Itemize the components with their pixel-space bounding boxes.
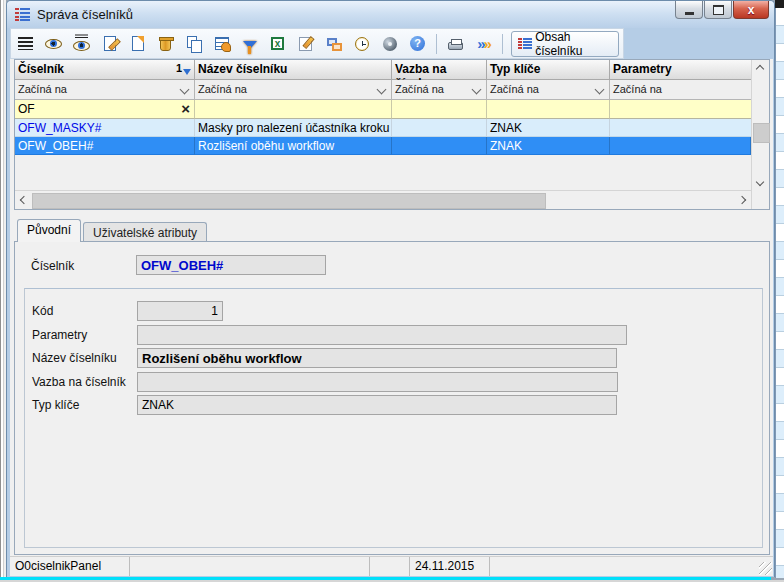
grid-quick-filter-row: OF × [15, 100, 751, 119]
nazev-ciselniku-label: Název číselníku [32, 351, 117, 365]
cell-typ-klice[interactable]: ZNAK [487, 137, 610, 155]
cell-vazba[interactable] [392, 137, 487, 155]
chevron-down-icon [180, 85, 190, 95]
sort-arrow-icon [183, 69, 191, 79]
scroll-right-icon[interactable] [735, 192, 751, 208]
cell-nazev[interactable]: Rozlišení oběhu workflow [195, 137, 392, 155]
ciselnik-field[interactable]: OFW_OBEH# [136, 255, 326, 275]
sort-order-badge: 1 [176, 62, 182, 74]
cell-parametry[interactable] [610, 119, 751, 137]
view-all-button[interactable] [71, 33, 92, 55]
ciselnik-label: Číselník [31, 259, 74, 273]
quick-filter-input-ciselnik[interactable]: OF × [15, 100, 195, 119]
excel-icon: x [271, 37, 284, 50]
history-button[interactable] [351, 33, 372, 55]
horizontal-scrollbar-thumb[interactable] [32, 193, 546, 209]
typ-klice-field[interactable]: ZNAK [137, 395, 617, 415]
column-header-typ-klice[interactable]: Typ klíče [487, 60, 610, 80]
grid-header-row: Číselník 1 Název číselníku Vazba na číse… [15, 60, 751, 80]
titlebar[interactable]: Správa číselníků x [7, 1, 774, 28]
cell-parametry[interactable] [610, 137, 751, 155]
vazba-na-ciselnik-field[interactable] [137, 372, 618, 392]
horizontal-scrollbar[interactable] [15, 190, 751, 209]
fast-forward-icon: »» [477, 36, 490, 51]
detail-tabs: Původní Uživatelské atributy [17, 219, 207, 242]
column-header-ciselnik[interactable]: Číselník 1 [15, 60, 195, 80]
note-edit-button[interactable] [295, 33, 316, 55]
filter-icon [243, 41, 257, 49]
statusbar-section [370, 557, 410, 576]
cell-typ-klice[interactable]: ZNAK [487, 119, 610, 137]
minimize-icon [685, 12, 694, 15]
tab-uzivatelske-atributy[interactable]: Uživatelské atributy [83, 222, 207, 242]
cell-nazev[interactable]: Masky pro nalezení účastníka kroku workf… [195, 119, 392, 137]
column-header-nazev[interactable]: Název číselníku [195, 60, 392, 80]
vertical-scrollbar-thumb[interactable] [753, 123, 770, 143]
quick-filter-input-typ-klice[interactable] [487, 100, 610, 119]
toolbar: x ? »» Obsah číselníku [10, 28, 624, 59]
kod-label: Kód [32, 304, 53, 318]
new-document-icon [104, 36, 116, 51]
list-icon [18, 37, 33, 50]
content-of-codebook-button[interactable]: Obsah číselníku [511, 31, 619, 57]
scroll-down-icon[interactable] [752, 175, 768, 191]
duplicate-button[interactable] [323, 33, 344, 55]
close-button[interactable]: x [733, 1, 769, 19]
kod-field[interactable]: 1 [137, 301, 223, 321]
delete-record-button[interactable] [155, 33, 176, 55]
typ-klice-label: Typ klíče [32, 398, 79, 412]
parametry-field[interactable] [137, 325, 627, 345]
cell-ciselnik[interactable]: OFW_OBEH# [15, 137, 195, 155]
tab-puvodni[interactable]: Původní [17, 219, 81, 242]
view-button[interactable] [43, 33, 64, 55]
data-cd-button[interactable] [379, 33, 400, 55]
nazev-ciselniku-field[interactable]: Rozlišení oběhu workflow [137, 348, 617, 368]
vertical-scrollbar[interactable] [751, 60, 769, 209]
print-button[interactable] [445, 33, 466, 55]
table-hand-icon [215, 37, 229, 50]
table-row[interactable]: OFW_MASKY# Masky pro nalezení účastníka … [15, 119, 751, 137]
statusbar-date: 24.11.2015 [410, 557, 490, 576]
resize-grip[interactable] [759, 562, 772, 575]
column-header-vazba[interactable]: Vazba na čísel... [392, 60, 487, 80]
vertical-scrollbar-track[interactable] [752, 76, 769, 175]
scroll-left-icon[interactable] [15, 192, 31, 208]
quick-filter-input-vazba[interactable] [392, 100, 487, 119]
cell-vazba[interactable] [392, 119, 487, 137]
filter-button[interactable] [239, 33, 260, 55]
help-button[interactable]: ? [407, 33, 428, 55]
clock-icon [355, 37, 369, 51]
filter-combo-nazev[interactable]: Začíná na [195, 80, 392, 100]
detail-panel: Číselník OFW_OBEH# Kód 1 Parametry Název… [14, 241, 770, 555]
filter-combo-typ-klice[interactable]: Začíná na [487, 80, 610, 100]
chevron-down-icon [472, 85, 482, 95]
quick-filter-input-nazev[interactable] [195, 100, 392, 119]
filter-combo-vazba[interactable]: Začíná na [392, 80, 487, 100]
maximize-button[interactable] [704, 1, 732, 19]
cd-icon [383, 37, 397, 51]
quick-filter-input-parametry[interactable] [610, 100, 751, 119]
filter-combo-ciselnik[interactable]: Začíná na [15, 80, 195, 100]
client-area: Číselník 1 Název číselníku Vazba na číse… [10, 59, 773, 575]
fast-forward-button[interactable]: »» [473, 33, 494, 55]
statusbar-section [130, 557, 370, 576]
list-button[interactable] [15, 33, 36, 55]
excel-export-button[interactable]: x [267, 33, 288, 55]
app-window: Správa číselníků x x [6, 0, 775, 577]
scroll-up-icon[interactable] [752, 60, 768, 76]
new-record-button[interactable] [99, 33, 120, 55]
minimize-button[interactable] [675, 1, 703, 19]
clear-filter-icon[interactable]: × [181, 100, 190, 118]
filter-combo-parametry[interactable]: Začíná na [610, 80, 751, 100]
copy-icon [187, 36, 197, 48]
column-header-parametry[interactable]: Parametry [610, 60, 751, 80]
edit-record-button[interactable] [127, 33, 148, 55]
table-row-selected[interactable]: OFW_OBEH# Rozlišení oběhu workflow ZNAK [15, 137, 751, 155]
content-button-label: Obsah číselníku [535, 30, 610, 58]
help-icon: ? [410, 36, 425, 51]
background-dark-corner [775, 0, 784, 8]
eye-icon [45, 39, 62, 49]
bulk-edit-button[interactable] [211, 33, 232, 55]
cell-ciselnik[interactable]: OFW_MASKY# [15, 119, 195, 137]
copy-record-button[interactable] [183, 33, 204, 55]
